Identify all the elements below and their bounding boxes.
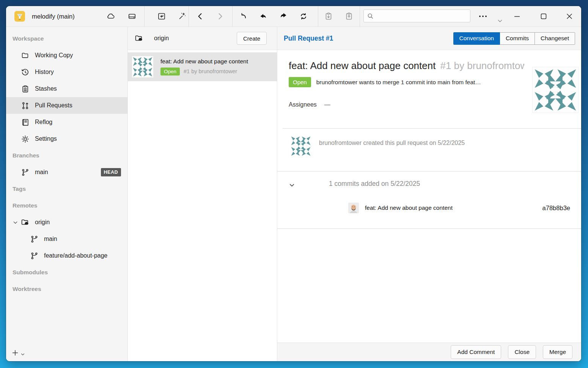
merge-button[interactable]: Merge: [543, 345, 572, 359]
sidebar-item-remote-branch-feature[interactable]: feature/add-about-page: [6, 247, 127, 264]
wand-icon[interactable]: [178, 6, 187, 27]
tab-changeset[interactable]: Changeset: [535, 32, 575, 45]
branch-icon: [30, 234, 39, 244]
sync-arrows-icon[interactable]: [299, 6, 308, 27]
sidebar-item-remote-branch-main[interactable]: main: [6, 231, 127, 247]
search-input[interactable]: [374, 10, 470, 22]
detail-footer: Add Comment Close Merge: [277, 343, 581, 361]
toolbar-separator: [189, 6, 189, 27]
timeline-commits-group: 1 commits added on 5/22/2025 feat: Add n…: [277, 171, 581, 228]
maximize-button[interactable]: [533, 6, 555, 27]
avatar: [532, 67, 579, 113]
gear-icon: [20, 134, 30, 143]
tab-commits[interactable]: Commits: [500, 32, 535, 45]
history-icon: [20, 68, 30, 77]
remote-name-label: origin: [154, 35, 169, 42]
pr-item-title: feat: Add new about page content: [160, 58, 248, 65]
avatar: [132, 56, 153, 77]
more-ellipsis-icon[interactable]: [478, 6, 488, 27]
clipboard-arrow-up-icon[interactable]: [344, 6, 354, 27]
create-button[interactable]: Create: [237, 32, 267, 45]
commits-group-header: 1 commits added on 5/22/2025: [329, 180, 420, 188]
drive-icon[interactable]: [127, 6, 137, 27]
created-event-text: brunofromtower created this pull request…: [319, 140, 465, 171]
section-header-branches: Branches: [6, 147, 127, 164]
sidebar-footer: [11, 349, 25, 358]
pull-arrow-icon[interactable]: [259, 6, 268, 27]
status-badge: Open: [289, 77, 311, 87]
commit-hash: a78b8b3e: [542, 204, 570, 212]
sidebar-item-label: origin: [35, 219, 50, 226]
assignees-label: Assignees: [289, 101, 317, 108]
toolbar-separator: [318, 6, 318, 27]
remote-folder-icon: [134, 34, 143, 43]
toolbar-separator: [232, 6, 233, 27]
sidebar-item-history[interactable]: History: [6, 64, 127, 80]
clipboard-arrow-down-icon[interactable]: [324, 6, 333, 27]
sidebar-item-label: main: [35, 169, 48, 176]
cloud-icon[interactable]: [106, 6, 115, 27]
forward-icon[interactable]: [215, 6, 225, 27]
conversation-view: feat: Add new about page content#1 by br…: [277, 50, 581, 343]
add-menu-chevron-icon[interactable]: [20, 351, 25, 358]
tab-conversation[interactable]: Conversation: [453, 32, 500, 45]
divider: [277, 228, 581, 229]
remote-folder-icon: [20, 218, 30, 227]
section-header-workspace: Workspace: [6, 30, 127, 47]
pr-title-meta: #1 by brunofromtower: [440, 60, 524, 71]
pull-request-icon: [20, 101, 30, 110]
folder-icon: [20, 51, 30, 60]
sidebar-item-pull-requests[interactable]: Pull Requests: [6, 97, 127, 114]
sidebar-item-label: Stashes: [35, 85, 57, 92]
titlebar-chevron-down-icon[interactable]: [496, 15, 504, 27]
app-window: melodify (main): [6, 6, 581, 361]
pull-request-list-item[interactable]: feat: Add new about page content Open #1…: [128, 52, 277, 81]
pull-request-detail-panel: Pull Request #1 Conversation Commits Cha…: [277, 27, 581, 361]
pr-merge-summary: brunofromtower wants to merge 1 commit i…: [316, 79, 481, 86]
sidebar-item-stashes[interactable]: Stashes: [6, 80, 127, 97]
sidebar-item-remote-origin[interactable]: origin: [6, 214, 127, 231]
titlebar: melodify (main): [6, 6, 581, 27]
tab-bar: Conversation Commits Changeset: [453, 32, 575, 45]
sidebar-item-label: Reflog: [35, 119, 52, 126]
avatar: [290, 135, 311, 157]
close-button[interactable]: [558, 6, 580, 27]
toolbar-separator: [360, 6, 360, 27]
checkout-arrow-icon[interactable]: [239, 6, 248, 27]
clipboard-icon: [20, 84, 30, 93]
pr-title: feat: Add new about page content#1 by br…: [289, 60, 524, 72]
push-arrow-icon[interactable]: [279, 6, 288, 27]
list-header: origin Create: [128, 27, 277, 50]
assignees-value: —: [324, 101, 330, 108]
sidebar-item-label: main: [44, 236, 57, 242]
status-badge: Open: [160, 68, 180, 75]
sidebar-item-branch-main[interactable]: main HEAD: [6, 164, 127, 181]
sidebar-item-label: feature/add-about-page: [44, 252, 107, 259]
close-pr-button[interactable]: Close: [508, 345, 536, 359]
window-title: melodify (main): [32, 6, 75, 27]
open-repo-icon[interactable]: [157, 6, 166, 27]
search-icon: [367, 13, 374, 19]
sidebar: Workspace Working Copy History Stashes P…: [6, 27, 128, 361]
minimize-button[interactable]: [506, 6, 528, 27]
pull-request-list-panel: origin Create feat: Add new about page c…: [128, 27, 277, 361]
section-header-worktrees: Worktrees: [6, 281, 127, 297]
head-badge: HEAD: [101, 168, 121, 176]
add-comment-button[interactable]: Add Comment: [451, 345, 501, 359]
search-box: [363, 9, 470, 22]
commit-row[interactable]: feat: Add new about page content a78b8b3…: [348, 203, 570, 213]
page-title: Pull Request #1: [284, 35, 333, 42]
sidebar-item-working-copy[interactable]: Working Copy: [6, 47, 127, 64]
back-icon[interactable]: [196, 6, 205, 27]
chevron-down-icon[interactable]: [12, 219, 19, 226]
sidebar-item-reflog[interactable]: Reflog: [6, 114, 127, 131]
sidebar-item-settings[interactable]: Settings: [6, 131, 127, 147]
toolbar-separator: [144, 6, 145, 27]
avatar: [348, 203, 359, 213]
section-header-tags: Tags: [6, 181, 127, 197]
add-repository-button[interactable]: [11, 349, 19, 358]
section-header-submodules: Submodules: [6, 264, 127, 281]
branch-icon: [30, 251, 39, 260]
pr-title-text: feat: Add new about page content: [289, 60, 435, 71]
collapse-chevron-icon[interactable]: [289, 182, 295, 190]
